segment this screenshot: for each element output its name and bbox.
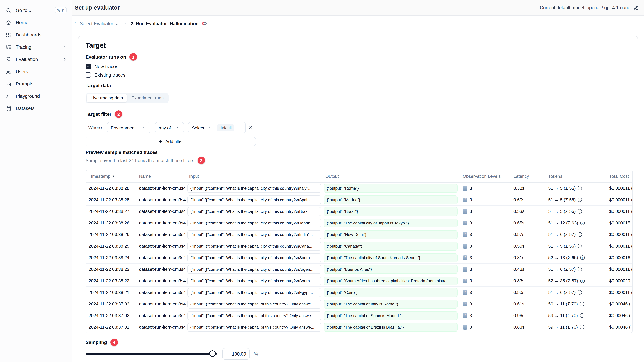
- table-row[interactable]: 2024-11-22 03:38:21dataset-run-item-cm3s…: [86, 287, 632, 298]
- cell-output: {"output":"Cairo"}: [323, 288, 460, 297]
- cell-timestamp: 2024-11-22 03:37:01: [86, 325, 136, 330]
- info-emoji-icon: i: [463, 186, 468, 191]
- output-chip[interactable]: {"output":"Madrid"}: [324, 195, 458, 204]
- output-chip[interactable]: {"output":"The capital of Brazil is Bras…: [324, 323, 458, 332]
- input-chip[interactable]: {"input":[{"content":"What is the capita…: [188, 242, 321, 251]
- input-chip[interactable]: {"input":[{"content":"What is the capita…: [188, 230, 321, 239]
- table-row[interactable]: 2024-11-22 03:37:02dataset-run-item-cm3s…: [86, 310, 632, 322]
- input-chip[interactable]: {"input":[{"content":"What is the capita…: [188, 265, 321, 274]
- cell-total-cost: $0.000011 (: [606, 209, 633, 214]
- table-row[interactable]: 2024-11-22 03:38:26dataset-run-item-cm3s…: [86, 217, 632, 229]
- cell-total-cost: $0.000011 (: [606, 244, 633, 249]
- cell-tokens: 59 → 11 (Σ 70)i: [546, 301, 606, 307]
- input-chip[interactable]: {"input":[{"content":"What is the capita…: [188, 311, 321, 320]
- output-chip[interactable]: {"output":"Buenos Aires"}: [324, 265, 458, 274]
- info-circle-icon: i: [580, 325, 584, 329]
- input-chip[interactable]: {"input":[{"content":"What is the capita…: [188, 218, 321, 227]
- sampling-value-input[interactable]: [222, 351, 250, 357]
- info-emoji-icon: i: [463, 221, 468, 225]
- checkbox-new-traces[interactable]: New traces: [86, 63, 118, 70]
- filter-field-select[interactable]: Environment: [107, 122, 150, 133]
- input-chip[interactable]: {"input":[{"content":"What is the capita…: [188, 195, 321, 204]
- output-chip[interactable]: {"output":"The capital of Italy is Rome.…: [324, 300, 458, 308]
- cell-observation-levels: i3: [460, 313, 511, 318]
- output-chip[interactable]: {"output":"Rome"}: [324, 184, 458, 193]
- input-chip[interactable]: {"input":[{"content":"What is the capita…: [188, 288, 321, 297]
- tab-experiment-runs[interactable]: Experiment runs: [127, 94, 168, 102]
- add-filter-button[interactable]: Add filter: [86, 137, 256, 146]
- cell-output: {"output":"Brazil"}: [323, 207, 460, 216]
- cell-total-cost: $0.000011 (: [606, 232, 633, 237]
- table-row[interactable]: 2024-11-22 03:38:28dataset-run-item-cm3s…: [86, 194, 632, 206]
- cell-observation-levels: i3: [460, 186, 511, 191]
- default-model: Current default model: openai / gpt-4.1-…: [540, 5, 638, 10]
- cell-input: {"input":[{"content":"What is the capita…: [186, 230, 323, 239]
- cell-input: {"input":[{"content":"What is the capita…: [186, 288, 323, 297]
- table-row[interactable]: 2024-11-22 03:38:24dataset-run-item-cm3s…: [86, 252, 632, 264]
- table-row[interactable]: 2024-11-22 03:37:01dataset-run-item-cm3s…: [86, 322, 632, 333]
- output-chip[interactable]: {"output":"Canada"}: [324, 242, 458, 251]
- sampling-slider-knob[interactable]: [209, 351, 216, 357]
- cell-output: {"output":"Buenos Aires"}: [323, 265, 460, 274]
- cell-input: {"input":[{"content":"What is the capita…: [186, 323, 323, 332]
- table-row[interactable]: 2024-11-22 03:37:03dataset-run-item-cm3s…: [86, 298, 632, 310]
- output-chip[interactable]: {"output":"Brazil"}: [324, 207, 458, 216]
- table-row[interactable]: 2024-11-22 03:38:25dataset-run-item-cm3s…: [86, 240, 632, 252]
- info-circle-icon: i: [578, 244, 582, 248]
- table-row[interactable]: 2024-11-22 03:38:28dataset-run-item-cm3s…: [86, 183, 632, 194]
- output-chip[interactable]: {"output":"South Africa has three capita…: [324, 276, 458, 285]
- table-row[interactable]: 2024-11-22 03:38:27dataset-run-item-cm3s…: [86, 206, 632, 217]
- input-chip[interactable]: {"input":[{"content":"What is the capita…: [188, 323, 321, 332]
- sidebar-item-prompts[interactable]: Prompts: [0, 78, 72, 90]
- input-chip[interactable]: {"input":[{"content":"What is the capita…: [188, 207, 321, 216]
- cell-total-cost: $0.000015: [606, 220, 633, 225]
- table-row[interactable]: 2024-11-22 03:38:22dataset-run-item-cm3s…: [86, 275, 632, 287]
- preview-subheading-row: Sample over the last 24 hours that match…: [86, 157, 205, 164]
- input-chip[interactable]: {"input":[{"content":"What is the capita…: [188, 184, 321, 193]
- sidebar-item-evaluation[interactable]: Evaluation: [0, 53, 72, 65]
- cell-total-cost: $0.000011 (: [606, 197, 633, 202]
- cell-observation-levels: i3: [460, 301, 511, 307]
- info-emoji-icon: i: [463, 209, 468, 214]
- cell-latency: 0.96s: [511, 313, 546, 318]
- output-chip[interactable]: {"output":"Cairo"}: [324, 288, 458, 297]
- column-header-timestamp[interactable]: Timestamp▼: [86, 174, 136, 179]
- filter-operator-select[interactable]: any of: [155, 122, 184, 133]
- info-circle-icon: i: [580, 302, 584, 306]
- breadcrumb-step1[interactable]: 1. Select Evaluator: [74, 21, 120, 26]
- cell-observation-levels: i3: [460, 267, 511, 272]
- sidebar-item-playground[interactable]: Playground: [0, 90, 72, 102]
- table-row[interactable]: 2024-11-22 03:38:23dataset-run-item-cm3s…: [86, 264, 632, 275]
- remove-filter-button[interactable]: [248, 125, 254, 131]
- output-chip[interactable]: {"output":"The capital city of South Kor…: [324, 253, 458, 262]
- output-chip[interactable]: {"output":"New Delhi"}: [324, 230, 458, 239]
- cell-timestamp: 2024-11-22 03:38:22: [86, 278, 136, 283]
- output-chip[interactable]: {"output":"The capital of Spain is Madri…: [324, 311, 458, 320]
- sampling-slider-track[interactable]: [86, 353, 217, 355]
- column-header-total-cost: Total Cost: [606, 174, 633, 179]
- chevron-down-icon: [142, 126, 146, 130]
- output-chip[interactable]: {"output":"The capital city of Japan is …: [324, 218, 458, 227]
- input-chip[interactable]: {"input":[{"content":"What is the capita…: [188, 300, 321, 308]
- sidebar-item-datasets[interactable]: Datasets: [0, 102, 72, 114]
- column-header-output: Output: [323, 174, 460, 179]
- filter-value-chip: default: [217, 124, 234, 131]
- input-chip[interactable]: {"input":[{"content":"What is the capita…: [188, 276, 321, 285]
- cell-total-cost: $0.00046 (: [606, 325, 633, 330]
- goto-search[interactable]: Go to... ⌘ K: [0, 4, 72, 16]
- file-code-icon: [6, 81, 12, 87]
- sidebar-item-home[interactable]: Home: [0, 16, 72, 29]
- table-row[interactable]: 2024-11-22 03:38:26dataset-run-item-cm3s…: [86, 229, 632, 240]
- tab-live-tracing-data[interactable]: Live tracing data: [86, 94, 127, 102]
- cell-tokens: 52 → 13 (Σ 65)i: [546, 255, 606, 260]
- sidebar-item-dashboards[interactable]: Dashboards: [0, 29, 72, 41]
- input-chip[interactable]: {"input":[{"content":"What is the capita…: [188, 253, 321, 262]
- sidebar-item-tracing[interactable]: Tracing: [0, 41, 72, 53]
- cell-latency: 0.50s: [511, 290, 546, 295]
- filter-value-select[interactable]: Select default: [188, 122, 246, 133]
- sidebar-item-users[interactable]: Users: [0, 65, 72, 78]
- edit-model-icon[interactable]: [634, 5, 638, 10]
- users-icon: [6, 69, 12, 74]
- checkbox-existing-traces[interactable]: Existing traces: [86, 71, 126, 79]
- cell-timestamp: 2024-11-22 03:38:26: [86, 220, 136, 225]
